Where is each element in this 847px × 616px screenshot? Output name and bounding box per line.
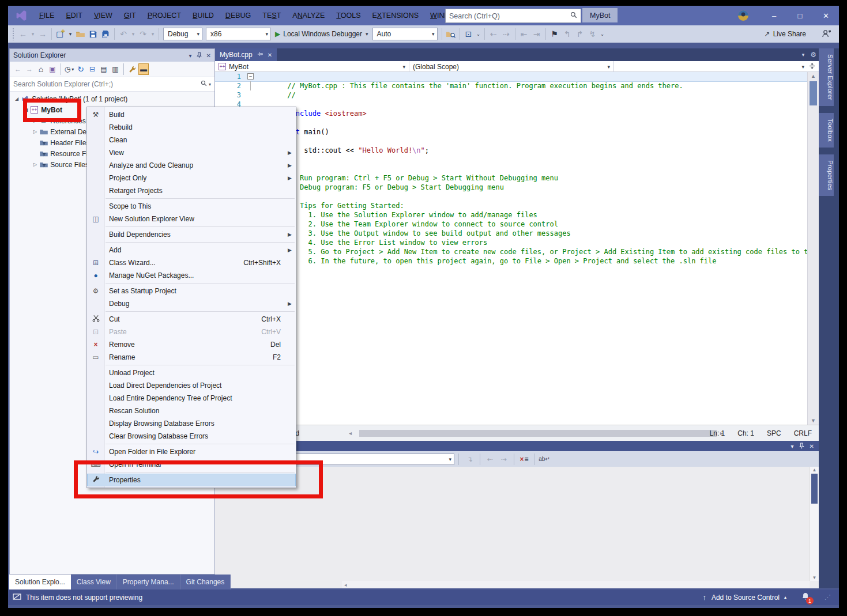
window-position-chevron-icon[interactable]: ▾ [189, 52, 192, 59]
editor-options-gear-icon[interactable]: ⚙ [810, 51, 816, 59]
redo-dropdown-icon[interactable]: ▾ [150, 27, 156, 41]
context-menu-item-scope-to-this[interactable]: Scope to This [87, 200, 296, 213]
preview-selected-items-toggle[interactable]: ▬ [138, 63, 149, 75]
code-line-15[interactable]: 15// 1. Use the Solution Explorer window… [215, 201, 819, 210]
feedback-icon[interactable] [822, 29, 831, 39]
fold-collapse-icon[interactable]: − [247, 73, 254, 80]
user-avatar[interactable] [736, 8, 751, 23]
output-close-icon[interactable]: ✕ [810, 443, 814, 449]
context-menu-item-load-entire-dependency-tree-of-project[interactable]: Load Entire Dependency Tree of Project [87, 392, 296, 405]
new-project-icon[interactable]: ▢✚ [55, 27, 66, 41]
quick-search-box[interactable]: Search (Ctrl+Q) [445, 9, 581, 23]
output-pin-icon[interactable] [799, 443, 804, 450]
code-line-17[interactable]: 17// 3. Use the Output window to see bui… [215, 220, 819, 229]
refresh-icon[interactable]: ↻ [76, 63, 86, 75]
se-forward-icon[interactable]: → [24, 63, 35, 75]
line-ending-indicator[interactable]: CRLF [794, 429, 812, 437]
save-icon[interactable] [87, 27, 99, 41]
right-tab-properties[interactable]: Properties [819, 154, 834, 196]
editor-scroll-thumb[interactable] [810, 81, 817, 105]
close-panel-icon[interactable]: ✕ [206, 52, 211, 59]
bookmark-overflow-icon[interactable]: ⌄ [600, 27, 605, 41]
context-menu-item-open-folder-in-file-explorer[interactable]: ↪ Open Folder in File Explorer [87, 445, 296, 458]
context-menu-item-rescan-solution[interactable]: Rescan Solution [87, 405, 296, 417]
bottom-tab-class-view[interactable]: Class View [71, 575, 117, 589]
navigate-back-dropdown-icon[interactable]: ▾ [30, 27, 36, 41]
pin-icon[interactable] [197, 52, 202, 59]
attach-to-process-icon[interactable]: ⊡ [463, 27, 475, 41]
navigate-forward-icon[interactable]: → [37, 27, 48, 41]
navigate-backward-code-icon[interactable]: ⇠ [488, 27, 499, 41]
context-menu-item-debug[interactable]: Debug ▶ [87, 297, 296, 310]
code-editor[interactable]: 1−// MyBot.cpp : This file contains the … [215, 72, 819, 425]
context-menu-item-class-wizard[interactable]: ⊞ Class Wizard... Ctrl+Shift+X [87, 256, 296, 269]
navigate-back-icon[interactable]: ← [17, 27, 29, 41]
code-line-5[interactable]: 5 [215, 109, 819, 118]
code-line-2[interactable]: 2// [215, 81, 819, 90]
context-menu-item-add[interactable]: Add ▶ [87, 244, 296, 256]
new-item-dropdown-icon[interactable]: ▾ [67, 27, 73, 41]
context-menu-item-build-dependencies[interactable]: Build Dependencies ▶ [87, 228, 296, 241]
menubar-item-file[interactable]: FILE [33, 12, 60, 20]
expander-icon[interactable]: ◢ [13, 96, 20, 101]
code-line-11[interactable]: 11// Run program: Ctrl + F5 or Debug > S… [215, 164, 819, 173]
code-line-16[interactable]: 16// 2. Use the Team Explorer window to … [215, 210, 819, 220]
context-menu-item-project-only[interactable]: Project Only ▶ [87, 172, 296, 184]
close-button[interactable]: ✕ [813, 6, 839, 25]
context-menu-item-display-browsing-database-errors[interactable]: Display Browsing Database Errors [87, 417, 296, 430]
code-line-10[interactable]: 10 [215, 155, 819, 164]
clear-bookmarks-icon[interactable]: ↯ [587, 27, 598, 41]
menubar-item-git[interactable]: GIT [118, 12, 142, 20]
context-menu-item-build[interactable]: ⚒ Build [87, 108, 296, 121]
context-menu-item-clear-browsing-database-errors[interactable]: Clear Browsing Database Errors [87, 430, 296, 443]
menubar-item-build[interactable]: BUILD [187, 12, 220, 20]
nav-project-dropdown[interactable]: ++ MyBot ▾ [215, 61, 409, 72]
goto-message-icon[interactable]: ↴ [464, 454, 476, 465]
menubar-item-tools[interactable]: TOOLS [330, 12, 366, 20]
minimize-button[interactable]: – [761, 6, 787, 25]
code-line-19[interactable]: 19// 5. Go to Project > Add New Item to … [215, 238, 819, 247]
find-in-files-icon[interactable] [445, 27, 457, 41]
code-line-1[interactable]: 1−// MyBot.cpp : This file contains the … [215, 72, 819, 81]
hscroll-left-icon[interactable]: ◂ [349, 430, 352, 436]
next-message-icon[interactable]: ⇢ [498, 454, 510, 465]
undo-dropdown-icon[interactable]: ▾ [130, 27, 136, 41]
code-line-20[interactable]: 20// 6. In the future, to open this proj… [215, 247, 819, 256]
notifications-bell-button[interactable]: 1 [801, 592, 810, 602]
context-menu-item-load-direct-dependencies-of-project[interactable]: Load Direct Dependencies of Project [87, 379, 296, 392]
home-icon[interactable]: ⌂ [36, 63, 46, 75]
code-line-14[interactable]: 14// Tips for Getting Started: [215, 192, 819, 201]
right-tab-server-explorer[interactable]: Server Explorer [819, 48, 834, 106]
context-menu-item-rebuild[interactable]: Rebuild [87, 121, 296, 134]
output-scroll-thumb[interactable] [811, 474, 818, 504]
context-menu-item-paste[interactable]: ⊡ Paste Ctrl+V [87, 326, 296, 338]
previous-bookmark-icon[interactable]: ↰ [562, 27, 573, 41]
editor-vertical-scrollbar[interactable]: ▲ ▼ [807, 72, 819, 425]
code-line-6[interactable]: 6int main() [215, 118, 819, 127]
editor-hscroll-thumb[interactable] [359, 430, 717, 437]
menubar-item-extensions[interactable]: EXTENSIONS [367, 12, 425, 20]
save-all-icon[interactable] [100, 27, 111, 41]
output-horizontal-scrollbar[interactable]: ◂ [342, 581, 810, 588]
se-back-icon[interactable]: ← [13, 63, 23, 75]
nav-scope-dropdown[interactable]: (Global Scope) ▾ [409, 61, 614, 72]
resize-grip[interactable]: ⋰ [825, 594, 831, 601]
toolbar-overflow-icon[interactable]: ⌄ [476, 27, 481, 41]
nav-member-dropdown[interactable]: ▾ [614, 61, 819, 72]
context-menu-item-new-solution-explorer-view[interactable]: ◫ New Solution Explorer View [87, 213, 296, 225]
code-line-12[interactable]: 12// Debug program: F5 or Debug > Start … [215, 173, 819, 183]
tab-pin-icon[interactable] [257, 51, 263, 58]
bookmark-icon[interactable]: ⚑ [549, 27, 560, 41]
solution-explorer-search-box[interactable]: Search Solution Explorer (Ctrl+;) ▾ [10, 77, 214, 92]
context-menu-item-view[interactable]: View ▶ [87, 146, 296, 159]
menubar-item-edit[interactable]: EDIT [60, 12, 88, 20]
code-line-8[interactable]: 8 std::cout << "Hello World!\n"; [215, 137, 819, 146]
spaces-indicator[interactable]: SPC [767, 429, 781, 437]
tab-close-icon[interactable]: ✕ [268, 52, 272, 58]
context-menu-item-clean[interactable]: Clean [87, 134, 296, 146]
scroll-down-icon[interactable]: ▼ [808, 418, 819, 424]
menubar-item-debug[interactable]: DEBUG [220, 12, 257, 20]
code-line-3[interactable]: 3 [215, 90, 819, 100]
open-file-icon[interactable] [74, 27, 86, 41]
bottom-tab-solution-explo[interactable]: Solution Explo... [9, 575, 71, 589]
